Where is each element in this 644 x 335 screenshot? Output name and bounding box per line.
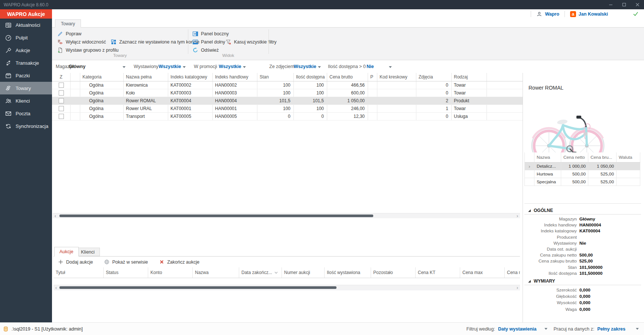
sidebar-item-towary[interactable]: Towary xyxy=(0,82,52,94)
scrollbar-thumb[interactable] xyxy=(59,286,336,289)
sidebar-item-pulpit[interactable]: Pulpit xyxy=(0,31,52,44)
sidebar-item-synchronizacja[interactable]: Synchronizacja xyxy=(0,120,52,132)
filtruj-wedlug-value[interactable]: Daty wystawienia xyxy=(498,326,537,332)
sync-icon xyxy=(5,123,12,130)
table-row[interactable]: Ogólna Koło KAT00003 HAN00003 100 100 60… xyxy=(52,89,523,97)
popraw-button[interactable]: Popraw xyxy=(57,30,81,38)
table-row[interactable]: Ogólna Rower URAL KAT00001 HAN00001 100 … xyxy=(52,105,523,113)
price-column-netto[interactable]: Cena netto xyxy=(561,152,588,162)
row-checkbox[interactable] xyxy=(59,98,64,103)
price-column-brutto[interactable]: Cena bru... xyxy=(588,152,617,162)
zaznacz-nie-wystawione-button[interactable]: Zaznacz nie wystawione na tym koncie xyxy=(111,38,199,46)
cell-kod-kreskowy xyxy=(377,113,416,120)
panel-boczny-button[interactable]: Panel boczny xyxy=(192,30,229,38)
price-row[interactable]: Specjalna 500,00 525,00 xyxy=(524,178,640,186)
magazyn-filter-value[interactable]: Główny xyxy=(69,64,85,69)
pokaz-w-serwisie-button[interactable]: Pokaż w serwisie xyxy=(104,259,148,265)
maximize-button[interactable] xyxy=(617,0,631,9)
column-header-ilosc[interactable]: Ilość dostępna xyxy=(294,73,327,81)
column-header-konto[interactable]: Konto xyxy=(148,267,193,278)
table-row[interactable]: Ogólna Transport KAT00005 HAN00005 0 0 1… xyxy=(52,113,523,120)
magazyn-dropdown-icon[interactable] xyxy=(123,66,126,68)
price-cell-waluta xyxy=(617,162,640,170)
tab-aukcje[interactable]: Aukcje xyxy=(54,247,79,257)
column-header-cena-n[interactable]: Cena n... xyxy=(505,267,520,278)
column-header-kod-kreskowy[interactable]: Kod kreskowy xyxy=(377,73,416,81)
section-header-wymiary[interactable]: WYMIARY xyxy=(524,277,641,285)
globe-icon xyxy=(104,259,110,265)
row-expander-icon[interactable]: › xyxy=(525,162,534,170)
sidebar-item-aktualnosci[interactable]: Aktualności xyxy=(0,19,52,31)
row-checkbox[interactable] xyxy=(59,114,64,119)
wystawiony-filter-value[interactable]: Wszystkie xyxy=(159,64,181,69)
allegro-account-button[interactable]: a Jan Kowalski xyxy=(565,9,613,19)
column-header-nazwa[interactable]: Nazwa pełna xyxy=(124,73,168,81)
row-checkbox[interactable] xyxy=(59,90,64,96)
property-label: Waga xyxy=(524,307,577,312)
cell-nazwa: Rower URAL xyxy=(124,105,168,112)
zakres-dropdown-icon[interactable] xyxy=(636,328,639,330)
wystawiony-dropdown-icon[interactable] xyxy=(183,66,186,68)
price-row-selected[interactable]: › Detalicz... 1 000,00 1 050,00 xyxy=(524,162,640,170)
section-header-ogolne[interactable]: OGÓLNE xyxy=(524,207,641,215)
panel-dolny-button[interactable]: Panel dolny xyxy=(192,38,225,46)
sidebar-item-klienci[interactable]: Klienci xyxy=(0,94,52,107)
tab-towary[interactable]: Towary xyxy=(55,19,81,28)
pracuj-na-danych-value[interactable]: Pełny zakres xyxy=(597,326,625,332)
sidebar-item-poczta[interactable]: Poczta xyxy=(0,107,52,120)
tab-klienci[interactable]: Klienci xyxy=(76,248,100,256)
promocja-dropdown-icon[interactable] xyxy=(243,66,246,68)
products-hscrollbar[interactable]: ‹ › xyxy=(53,213,520,218)
zakoncz-aukcje-button[interactable]: Zakończ aukcje xyxy=(159,259,199,265)
section-wymiary: WYMIARY Szerokość0,000 Głębokość0,000 Wy… xyxy=(524,277,641,313)
column-header-p[interactable]: P xyxy=(368,73,377,81)
zdjecie-filter-value[interactable]: Wszystkie xyxy=(294,64,316,69)
scroll-right-icon[interactable]: › xyxy=(515,213,520,218)
column-header-stan[interactable]: Stan xyxy=(257,73,294,81)
column-header-data-zakonczenia[interactable]: Data zakończ... xyxy=(239,267,282,278)
dodaj-aukcje-button[interactable]: Dodaj aukcje xyxy=(58,259,93,265)
column-header-indeks-handlowy[interactable]: Indeks handlowy xyxy=(213,73,257,81)
column-header-tytul[interactable]: Tytuł xyxy=(53,267,104,278)
price-column-waluta[interactable]: Waluta xyxy=(617,152,640,162)
column-header-nazwa[interactable]: Nazwa xyxy=(193,267,239,278)
column-header-ilosc-wystawiona[interactable]: Ilość wystawiona xyxy=(325,267,371,278)
wapro-account-button[interactable]: Wapro xyxy=(531,9,564,19)
column-header-icon[interactable] xyxy=(71,73,80,81)
minimize-button[interactable] xyxy=(604,0,617,9)
column-header-numer-aukcji[interactable]: Numer aukcji xyxy=(282,267,325,278)
scroll-left-icon[interactable]: ‹ xyxy=(53,285,59,290)
column-header-zdjecia[interactable]: Zdjęcia xyxy=(416,73,452,81)
price-row[interactable]: Hurtowa 500,00 525,00 xyxy=(524,170,640,178)
ilosc-dropdown-icon[interactable] xyxy=(389,66,392,68)
column-header-z[interactable]: Z xyxy=(52,73,71,81)
column-header-cena-max[interactable]: Cena max xyxy=(460,267,505,278)
column-header-status[interactable]: Status xyxy=(104,267,148,278)
wylacz-widocznosc-button[interactable]: Wyłącz widoczność xyxy=(57,38,106,46)
price-column-nazwa[interactable]: Nazwa xyxy=(534,152,561,162)
zdjecie-dropdown-icon[interactable] xyxy=(318,66,321,68)
row-checkbox[interactable] xyxy=(59,106,64,111)
scroll-right-icon[interactable]: › xyxy=(515,285,520,290)
column-header-indeks-katalogowy[interactable]: Indeks katalogowy xyxy=(168,73,213,81)
column-header-cena-brutto[interactable]: Cena brutto xyxy=(327,73,368,81)
column-header-cena-kt[interactable]: Cena KT xyxy=(416,267,460,278)
scroll-left-icon[interactable]: ‹ xyxy=(53,213,58,218)
sidebar-item-transakcje[interactable]: Transakcje xyxy=(0,57,52,69)
column-header-kategoria[interactable]: Kategoria xyxy=(80,73,124,81)
filtruj-dropdown-icon[interactable] xyxy=(544,328,547,330)
close-button[interactable] xyxy=(631,0,644,9)
property-row: Data ost. aukcji xyxy=(524,246,641,252)
cell-stan: 100 xyxy=(257,81,294,89)
row-checkbox[interactable] xyxy=(59,83,64,88)
sidebar-item-paczki[interactable]: Paczki xyxy=(0,69,52,82)
column-header-pozostalo[interactable]: Pozostało xyxy=(371,267,416,278)
promocja-filter-value[interactable]: Wszystkie xyxy=(219,64,241,69)
sidebar-item-aukcje[interactable]: Aukcje xyxy=(0,44,52,57)
ilosc-filter-value[interactable]: Nie xyxy=(367,64,374,69)
scrollbar-thumb[interactable] xyxy=(59,215,373,217)
auctions-hscrollbar[interactable]: ‹ › xyxy=(53,285,520,290)
table-row[interactable]: Ogólna Kierownica KAT00002 HAN00002 100 … xyxy=(52,81,523,89)
column-header-rodzaj[interactable]: Rodzaj xyxy=(452,73,487,81)
table-row-selected[interactable]: Ogólna Rower ROMAL KAT00004 HAN00004 101… xyxy=(52,97,523,105)
